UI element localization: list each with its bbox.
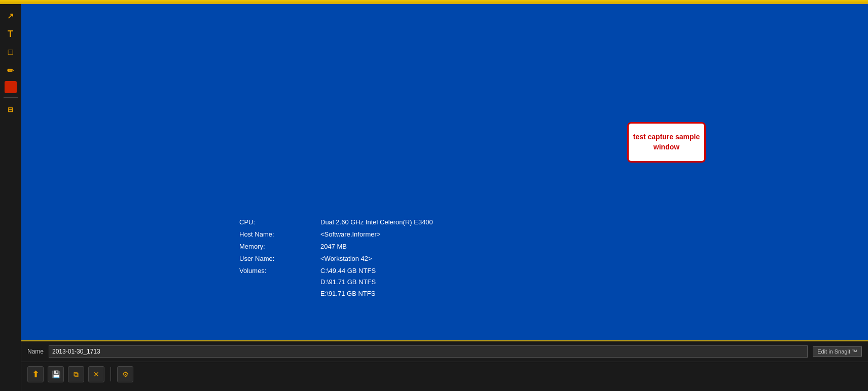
main-layout: ↗ T □ ✏ ⊟ CPU: Dual 2.60 GHz Intel Celer… (0, 4, 868, 391)
hostname-value: <Software.Informer> (320, 229, 433, 240)
left-toolbar: ↗ T □ ✏ ⊟ (0, 4, 21, 391)
upload-button[interactable]: ⬆ (27, 366, 44, 382)
memory-value: 2047 MB (320, 241, 433, 252)
arrow-tool-button[interactable]: ↗ (3, 8, 18, 23)
camera-tool-button[interactable]: ⊟ (3, 102, 18, 117)
canvas-area: CPU: Dual 2.60 GHz Intel Celeron(R) E340… (21, 4, 868, 391)
top-bar (0, 0, 868, 4)
close-button[interactable]: ✕ (88, 366, 104, 382)
volume-e: E:\91.71 GB NTFS (320, 288, 433, 299)
hostname-label: Host Name: (239, 229, 320, 240)
upload-icon: ⬆ (32, 369, 40, 380)
volume-c: C:\49.44 GB NTFS (320, 265, 433, 277)
bottom-toolbar: ⬆ 💾 ⧉ ✕ ⚙ (21, 362, 868, 386)
name-bar: Name Edit in Snagit ™ (21, 341, 868, 362)
username-label: User Name: (239, 253, 320, 264)
close-icon: ✕ (93, 370, 99, 378)
volumes-label: Volumes: (239, 265, 320, 299)
name-input[interactable] (49, 345, 808, 358)
highlight-icon: ✏ (7, 66, 14, 75)
cpu-label: CPU: (239, 217, 320, 228)
rectangle-tool-button[interactable]: □ (3, 45, 18, 60)
settings-button[interactable]: ⚙ (117, 366, 133, 382)
arrow-icon: ↗ (7, 11, 14, 21)
save-icon: 💾 (52, 370, 60, 378)
copy-icon: ⧉ (74, 370, 79, 379)
volumes-values: C:\49.44 GB NTFS D:\91.71 GB NTFS E:\91.… (320, 265, 433, 299)
memory-label: Memory: (239, 241, 320, 252)
rectangle-icon: □ (8, 48, 13, 57)
highlight-tool-button[interactable]: ✏ (3, 63, 18, 78)
copy-button[interactable]: ⧉ (68, 366, 84, 382)
name-label: Name (27, 348, 44, 355)
volume-d: D:\91.71 GB NTFS (320, 277, 433, 288)
toolbar-divider (4, 97, 18, 98)
text-tool-button[interactable]: T (3, 26, 18, 42)
username-value: <Workstation 42> (320, 253, 433, 264)
info-table: CPU: Dual 2.60 GHz Intel Celeron(R) E340… (239, 217, 433, 299)
text-icon: T (8, 29, 13, 40)
camera-icon: ⊟ (8, 106, 13, 113)
dot-tool-button[interactable] (5, 81, 17, 93)
cpu-value: Dual 2.60 GHz Intel Celeron(R) E3400 (320, 217, 433, 228)
sample-window: test capture sample window (627, 122, 706, 163)
sample-window-text: test capture sample window (633, 132, 700, 152)
gear-icon: ⚙ (122, 370, 129, 378)
bottom-bar: Name Edit in Snagit ™ ⬆ 💾 ⧉ ✕ (21, 340, 868, 391)
save-button[interactable]: 💾 (48, 366, 64, 382)
toolbar-separator (111, 367, 111, 381)
system-info: CPU: Dual 2.60 GHz Intel Celeron(R) E340… (239, 217, 433, 299)
edit-in-snagit-button[interactable]: Edit in Snagit ™ (813, 346, 862, 357)
